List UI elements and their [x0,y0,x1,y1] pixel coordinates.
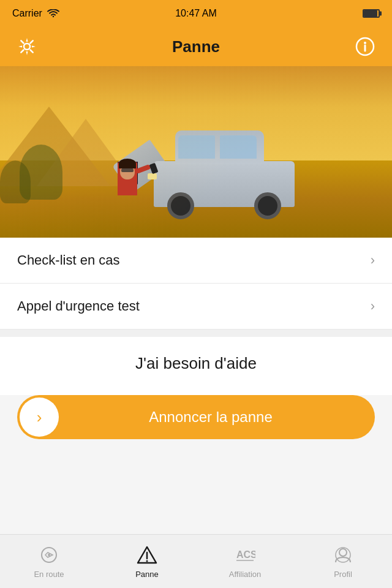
menu-item-checklist-label: Check-list en cas [17,252,120,268]
cta-circle-icon: › [20,398,59,437]
svg-point-5 [48,554,50,556]
battery-area [363,9,380,18]
tab-panne-label: Panne [135,570,159,579]
battery-icon [363,9,380,18]
svg-point-10 [339,549,347,556]
gear-icon [17,37,37,56]
panne-icon [136,544,158,566]
app-header: Panne [0,27,392,66]
tab-affiliation[interactable]: ACS Affiliation [196,535,294,588]
menu-list: Check-list en cas › Appel d'urgence test… [0,238,392,330]
announce-breakdown-button[interactable]: › Annoncer la panne [17,395,375,439]
svg-point-0 [24,43,30,50]
svg-point-3 [364,42,366,44]
info-button[interactable] [353,34,377,59]
svg-text:ACS: ACS [236,549,255,560]
page-title: Panne [172,37,220,56]
info-icon [355,37,375,56]
profil-icon [332,544,354,566]
tab-en-route[interactable]: En route [0,535,98,588]
tab-profil[interactable]: Profil [294,535,392,588]
tab-en-route-label: En route [34,570,64,579]
svg-point-7 [146,560,148,562]
en-route-icon [38,544,60,566]
chevron-right-icon-2: › [371,298,375,314]
hero-image [0,66,392,238]
status-bar: Carrier 10:47 AM [0,0,392,27]
arrow-right-icon: › [37,408,42,427]
settings-button[interactable] [15,34,39,59]
carrier-wifi: Carrier [12,8,59,19]
affiliation-icon: ACS [234,544,256,566]
carrier-label: Carrier [12,8,42,19]
svg-point-11 [336,548,350,562]
tab-bar: En route Panne ACS Affiliation [0,534,392,588]
wifi-icon [47,9,59,18]
help-title: J'ai besoin d'aide [17,354,375,373]
menu-item-appel-label: Appel d'urgence test [17,298,140,314]
chevron-right-icon: › [371,252,375,268]
section-divider [0,330,392,337]
time-display: 10:47 AM [175,8,217,19]
menu-item-checklist[interactable]: Check-list en cas › [0,238,392,284]
cta-label: Annoncer la panne [59,409,375,426]
help-section: J'ai besoin d'aide [0,337,392,395]
tab-profil-label: Profil [334,570,352,579]
menu-item-appel-urgence[interactable]: Appel d'urgence test › [0,284,392,330]
tab-affiliation-label: Affiliation [229,570,262,579]
tab-panne[interactable]: Panne [98,535,196,588]
